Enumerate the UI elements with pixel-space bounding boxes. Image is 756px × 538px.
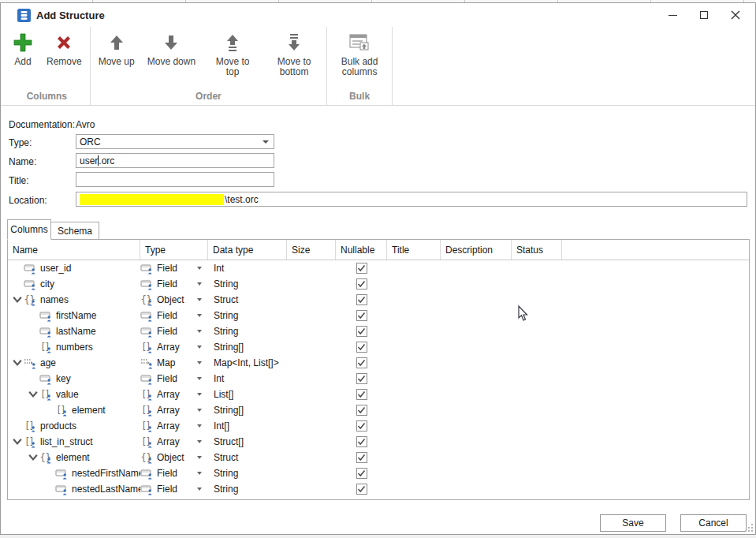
filler-cell[interactable] (562, 292, 749, 308)
column-header-size[interactable]: Size (287, 240, 336, 260)
size-cell[interactable] (287, 260, 336, 276)
status-cell[interactable] (512, 418, 562, 434)
filler-cell[interactable] (562, 276, 749, 292)
name-cell[interactable]: firstName (8, 308, 140, 323)
title-cell[interactable] (387, 355, 441, 371)
data-type-cell[interactable]: List[] (208, 387, 287, 402)
name-cell[interactable]: nestedFirstName (8, 465, 140, 481)
description-cell[interactable] (441, 387, 512, 402)
name-cell[interactable]: nestedLastName (8, 481, 140, 497)
column-header-status[interactable]: Status (512, 240, 562, 260)
type-dropdown-cell[interactable]: {}Object (140, 292, 208, 308)
data-type-cell[interactable]: Int (208, 260, 287, 276)
filler-cell[interactable] (562, 339, 749, 355)
remove-button[interactable]: Remove (40, 27, 88, 69)
description-cell[interactable] (441, 465, 512, 481)
filler-cell[interactable] (562, 355, 749, 371)
column-header-type[interactable]: Type (140, 240, 208, 260)
nullable-checkbox[interactable] (356, 373, 367, 384)
filler-cell[interactable] (562, 418, 749, 434)
data-type-cell[interactable]: String[] (208, 402, 287, 418)
nullable-checkbox[interactable] (356, 452, 367, 463)
description-cell[interactable] (441, 481, 512, 497)
description-cell[interactable] (441, 450, 512, 465)
minimize-button[interactable] (657, 3, 688, 27)
size-cell[interactable] (287, 481, 336, 497)
name-cell[interactable]: age (8, 355, 140, 371)
nullable-checkbox[interactable] (356, 326, 367, 337)
description-cell[interactable] (441, 339, 512, 355)
size-cell[interactable] (287, 276, 336, 292)
size-cell[interactable] (287, 292, 336, 308)
name-cell[interactable]: {}names (8, 292, 140, 308)
status-cell[interactable] (512, 371, 562, 387)
size-cell[interactable] (287, 402, 336, 418)
title-cell[interactable] (387, 434, 441, 450)
data-type-cell[interactable]: Struct (208, 450, 287, 465)
data-type-cell[interactable]: String (208, 308, 287, 323)
nullable-checkbox[interactable] (356, 342, 367, 353)
type-dropdown-cell[interactable]: []Array (140, 402, 208, 418)
status-cell[interactable] (512, 387, 562, 402)
description-cell[interactable] (441, 434, 512, 450)
status-cell[interactable] (512, 465, 562, 481)
name-input[interactable]: user.orc (76, 153, 274, 168)
title-input[interactable] (76, 172, 274, 187)
maximize-button[interactable] (688, 3, 720, 27)
name-cell[interactable]: []numbers (8, 339, 140, 355)
nullable-checkbox[interactable] (356, 484, 367, 495)
type-dropdown-cell[interactable]: Map (140, 355, 208, 371)
data-type-cell[interactable]: Struct (208, 292, 287, 308)
filler-cell[interactable] (562, 387, 749, 402)
expander-icon[interactable] (11, 293, 24, 306)
status-cell[interactable] (512, 276, 562, 292)
move-up-button[interactable]: Move up (92, 27, 141, 69)
size-cell[interactable] (287, 418, 336, 434)
type-dropdown-cell[interactable]: Field (140, 308, 208, 323)
type-dropdown-cell[interactable]: []Array (140, 387, 208, 402)
name-cell[interactable]: city (8, 276, 140, 292)
add-button[interactable]: Add (6, 27, 40, 69)
filler-cell[interactable] (562, 260, 749, 276)
description-cell[interactable] (441, 292, 512, 308)
filler-cell[interactable] (562, 481, 749, 497)
type-dropdown-cell[interactable]: []Array (140, 418, 208, 434)
data-type-cell[interactable]: String (208, 276, 287, 292)
expander-icon[interactable] (27, 388, 39, 401)
nullable-checkbox[interactable] (356, 263, 367, 274)
type-dropdown-cell[interactable]: Field (140, 276, 208, 292)
description-cell[interactable] (441, 402, 512, 418)
type-dropdown-cell[interactable]: []Array (140, 339, 208, 355)
status-cell[interactable] (512, 355, 562, 371)
data-type-cell[interactable]: Map<Int, List[]> (208, 355, 287, 371)
size-cell[interactable] (287, 323, 336, 339)
tab-schema[interactable]: Schema (50, 222, 99, 240)
nullable-checkbox[interactable] (356, 357, 367, 368)
filler-cell[interactable] (562, 450, 749, 465)
title-cell[interactable] (387, 481, 441, 497)
expander-icon[interactable] (11, 357, 24, 369)
size-cell[interactable] (287, 308, 336, 323)
title-cell[interactable] (387, 465, 441, 481)
nullable-checkbox[interactable] (356, 405, 367, 416)
column-header-name[interactable]: Name (8, 240, 140, 260)
nullable-checkbox[interactable] (356, 468, 367, 479)
name-cell[interactable]: {}element (8, 450, 140, 465)
location-input[interactable]: \test.orc (76, 192, 747, 207)
size-cell[interactable] (287, 434, 336, 450)
description-cell[interactable] (441, 276, 512, 292)
size-cell[interactable] (287, 355, 336, 371)
title-cell[interactable] (387, 450, 441, 465)
title-cell[interactable] (387, 339, 441, 355)
type-dropdown-cell[interactable]: Field (140, 260, 208, 276)
status-cell[interactable] (512, 260, 562, 276)
size-cell[interactable] (287, 387, 336, 402)
size-cell[interactable] (287, 465, 336, 481)
nullable-checkbox[interactable] (356, 420, 367, 432)
column-header-nullable[interactable]: Nullable (336, 240, 387, 260)
save-button[interactable]: Save (600, 514, 666, 532)
name-cell[interactable]: []products (8, 418, 140, 434)
filler-cell[interactable] (562, 434, 749, 450)
type-dropdown-cell[interactable]: Field (140, 465, 208, 481)
data-type-cell[interactable]: String (208, 465, 287, 481)
